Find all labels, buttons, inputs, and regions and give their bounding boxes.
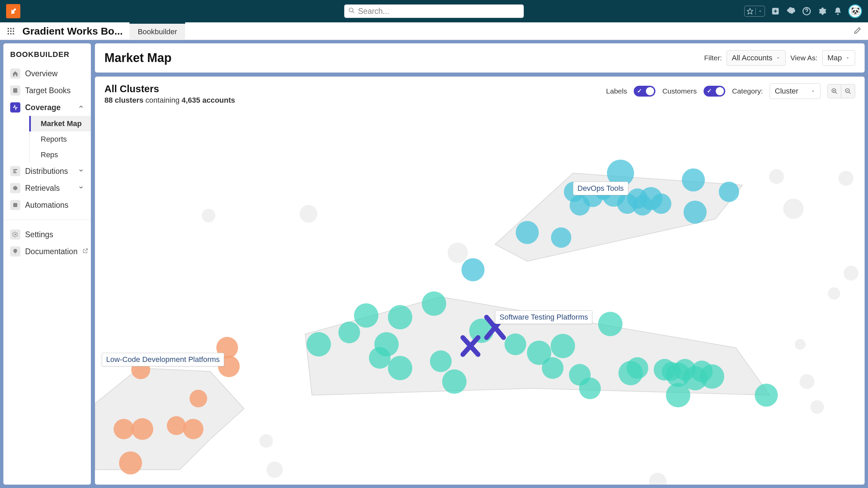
svg-point-25	[783, 199, 804, 219]
view-as-dropdown[interactable]: Map	[822, 50, 855, 66]
page-title: Market Map	[104, 51, 172, 65]
sidebar-item-documentation[interactable]: Documentation	[3, 243, 91, 260]
map-summary: All Clusters 88 clusters containing 4,63…	[104, 83, 235, 105]
map-controls: Labels Customers Category: Cluster	[606, 83, 855, 99]
page-controls: Filter: All Accounts View As: Map	[704, 50, 855, 66]
chevron-down-icon	[78, 167, 84, 175]
labels-toggle[interactable]	[634, 86, 655, 97]
svg-point-32	[795, 339, 806, 350]
filter-dropdown[interactable]: All Accounts	[727, 50, 786, 66]
cluster-label-lowcode[interactable]: Low-Code Development Platforms	[102, 353, 224, 366]
map-header: All Clusters 88 clusters containing 4,63…	[95, 77, 865, 108]
sidebar-item-settings[interactable]: Settings	[3, 226, 91, 243]
sidebar-item-label: Documentation	[25, 247, 78, 256]
gear-icon[interactable]	[817, 6, 827, 16]
svg-point-56	[719, 182, 739, 202]
svg-rect-15	[13, 203, 17, 207]
cluster-label-devops[interactable]: DevOps Tools	[573, 182, 628, 195]
sidebar-item-label: Retrievals	[25, 184, 73, 193]
sidebar-item-label: Distributions	[25, 167, 73, 176]
svg-rect-14	[13, 88, 17, 93]
automations-icon	[10, 200, 20, 210]
svg-point-66	[369, 347, 391, 369]
app-logo[interactable]	[6, 4, 20, 18]
sidebar-divider	[3, 220, 91, 220]
svg-point-30	[844, 266, 859, 281]
svg-point-79	[627, 357, 648, 379]
favorites-button[interactable]	[744, 6, 765, 17]
tab-bookbuilder[interactable]: Bookbuilder	[130, 22, 185, 40]
chevron-up-icon	[78, 104, 84, 111]
sidebar-subitem-market-map[interactable]: Market Map	[29, 116, 91, 131]
sidebar-subitem-reps[interactable]: Reps	[29, 147, 91, 163]
sidebar-subitem-reports[interactable]: Reports	[29, 131, 91, 147]
svg-point-60	[422, 291, 446, 316]
svg-point-0	[349, 8, 353, 12]
sidebar-item-coverage[interactable]: Coverage	[3, 99, 91, 116]
salesforce-icon[interactable]	[786, 6, 796, 16]
svg-point-61	[354, 303, 378, 328]
sidebar-item-label: Overview	[25, 69, 84, 78]
svg-point-13	[13, 33, 14, 34]
svg-point-41	[267, 462, 283, 478]
help-icon[interactable]	[802, 6, 812, 16]
svg-point-40	[259, 434, 273, 448]
page-header: Market Map Filter: All Accounts View As:…	[95, 43, 865, 73]
edit-pencil-icon[interactable]	[852, 25, 863, 38]
cluster-label-testing[interactable]: Software Testing Platforms	[495, 310, 592, 324]
book-icon	[10, 85, 20, 96]
filter-label: Filter:	[704, 54, 722, 62]
svg-point-10	[13, 30, 14, 32]
sidebar-item-retrievals[interactable]: Retrievals	[3, 180, 91, 197]
app-nav-bar: Gradient Works Bo... Bookbuilder	[0, 22, 868, 40]
svg-point-55	[684, 201, 707, 224]
home-icon	[10, 68, 20, 79]
external-link-icon	[82, 248, 88, 255]
customers-toggle[interactable]	[704, 86, 725, 97]
sidebar-item-distributions[interactable]: Distributions	[3, 163, 91, 180]
svg-point-63	[338, 322, 360, 343]
sidebar: BOOKBUILDER Overview Target Books Covera…	[3, 43, 91, 485]
app-name: Gradient Works Bo...	[22, 25, 123, 37]
svg-line-18	[835, 92, 837, 94]
svg-point-31	[828, 287, 840, 300]
chevron-down-icon	[776, 56, 781, 60]
pulse-icon	[10, 102, 20, 113]
svg-point-7	[13, 28, 14, 29]
sidebar-item-overview[interactable]: Overview	[3, 65, 91, 82]
search-input[interactable]	[344, 4, 524, 18]
header-actions: 🐼	[744, 4, 862, 18]
zoom-out-button[interactable]	[841, 84, 855, 98]
svg-point-86	[700, 364, 724, 389]
lightbulb-icon	[10, 246, 20, 257]
svg-point-26	[839, 171, 853, 186]
svg-point-67	[388, 356, 412, 380]
labels-label: Labels	[606, 87, 627, 95]
sidebar-item-label: Coverage	[25, 103, 73, 112]
sidebar-item-target-books[interactable]: Target Books	[3, 82, 91, 99]
svg-point-12	[10, 33, 12, 34]
svg-point-74	[542, 357, 564, 379]
zoom-in-button[interactable]	[828, 84, 841, 98]
svg-point-24	[769, 169, 784, 184]
add-icon[interactable]	[770, 6, 781, 16]
svg-point-9	[10, 30, 12, 32]
svg-point-96	[114, 419, 134, 439]
category-dropdown[interactable]: Cluster	[770, 83, 821, 99]
svg-point-11	[7, 33, 9, 34]
svg-point-88	[755, 384, 778, 407]
svg-point-57	[516, 221, 539, 244]
svg-point-54	[682, 168, 705, 191]
global-search	[344, 4, 524, 18]
svg-point-33	[800, 374, 814, 389]
app-launcher-icon[interactable]	[5, 25, 17, 37]
search-icon	[348, 7, 355, 15]
svg-point-59	[461, 258, 485, 281]
chevron-down-icon	[845, 56, 850, 60]
avatar[interactable]: 🐼	[848, 4, 862, 18]
svg-point-87	[666, 383, 690, 407]
sidebar-item-automations[interactable]: Automations	[3, 197, 91, 214]
bell-icon[interactable]	[833, 6, 843, 16]
scatter-map[interactable]	[95, 107, 861, 485]
svg-point-34	[810, 400, 824, 414]
